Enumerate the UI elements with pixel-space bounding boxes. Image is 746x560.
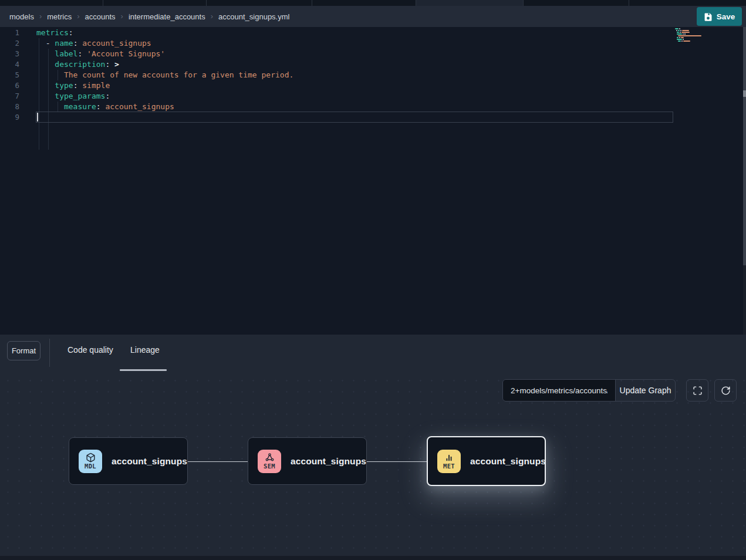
tab-lineage[interactable]: Lineage: [130, 345, 160, 355]
breadcrumb-item[interactable]: account_signups.yml: [218, 12, 289, 21]
badge-label: SEM: [264, 463, 275, 470]
canvas-footer-strip: [0, 556, 746, 560]
active-tab-underline: [120, 369, 167, 371]
breadcrumb-bar: models›metrics›accounts›intermediate_acc…: [0, 6, 746, 27]
network-icon: [265, 453, 275, 463]
fullscreen-icon: [693, 386, 703, 396]
badge-label: MET: [443, 463, 455, 470]
code-line: 1metrics:: [0, 28, 673, 38]
chevron-right-icon: ›: [211, 12, 213, 21]
code-line: 5 The count of new accounts for a given …: [0, 70, 673, 80]
line-number: 1: [0, 28, 25, 38]
lineage-canvas[interactable]: Update Graph MDLaccount_signupsSEMaccoun…: [0, 372, 746, 556]
lineage-selector-group: Update Graph: [502, 379, 676, 402]
line-number: 4: [0, 59, 25, 70]
lineage-node-mdl[interactable]: MDLaccount_signups: [69, 437, 188, 485]
line-number: 3: [0, 49, 25, 59]
code-line: 4 description: >: [0, 59, 673, 70]
sem-badge: SEM: [258, 450, 281, 473]
chevron-right-icon: ›: [39, 12, 42, 21]
code-line: 8 measure: account_signups: [0, 102, 673, 112]
update-graph-button[interactable]: Update Graph: [615, 380, 675, 401]
lineage-edge: [367, 461, 427, 463]
lineage-node-met[interactable]: METaccount_signups: [427, 436, 546, 486]
editor-scrollbar-lower: [743, 265, 746, 335]
refresh-icon: [721, 386, 731, 396]
bar-chart-icon: [444, 453, 454, 463]
node-label: account_signups: [470, 456, 546, 467]
lineage-selector-input[interactable]: [503, 380, 615, 401]
line-number: 9: [0, 112, 25, 123]
met-badge: MET: [437, 450, 461, 473]
code-editor[interactable]: 1metrics:2 - name: account_signups3 labe…: [0, 27, 746, 335]
file-tab[interactable]: [416, 0, 524, 6]
format-button[interactable]: Format: [7, 341, 40, 360]
breadcrumb-item[interactable]: metrics: [47, 12, 72, 21]
breadcrumb: models›metrics›accounts›intermediate_acc…: [9, 6, 289, 27]
chevron-right-icon: ›: [77, 12, 79, 21]
save-floppy-icon: [704, 12, 713, 21]
line-number: 8: [0, 102, 25, 112]
tab-code-quality[interactable]: Code quality: [67, 345, 113, 355]
code-line: 2 - name: account_signups: [0, 38, 673, 49]
lineage-node-sem[interactable]: SEMaccount_signups: [248, 437, 367, 485]
file-tab[interactable]: [103, 0, 207, 6]
editor-scrollbar-track[interactable]: [743, 27, 746, 265]
save-button[interactable]: Save: [697, 7, 742, 26]
code-lines: 1metrics:2 - name: account_signups3 labe…: [0, 28, 673, 123]
refresh-button[interactable]: [714, 379, 737, 402]
editor-scrollbar-thumb[interactable]: [743, 90, 746, 97]
bottom-panel: Format Code quality Lineage Update Graph…: [0, 335, 746, 560]
code-line: 9: [0, 112, 673, 123]
save-label: Save: [717, 12, 735, 21]
line-number: 7: [0, 91, 25, 102]
chevron-right-icon: ›: [121, 12, 123, 21]
fullscreen-button[interactable]: [686, 379, 708, 402]
code-line: 6 type: simple: [0, 80, 673, 91]
ide-window: { "colors": { "accent_teal": "#15707a", …: [0, 0, 746, 560]
tabrow-divider: [49, 339, 50, 367]
badge-label: MDL: [85, 463, 96, 470]
minimap[interactable]: [675, 28, 711, 44]
line-number: 2: [0, 38, 25, 49]
file-tab[interactable]: [629, 0, 746, 6]
breadcrumb-item[interactable]: intermediate_accounts: [129, 12, 205, 21]
breadcrumb-item[interactable]: models: [9, 12, 34, 21]
file-tab[interactable]: [207, 0, 312, 6]
mdl-badge: MDL: [79, 450, 102, 473]
code-line: 7 type_params:: [0, 91, 673, 102]
file-tab-strip: [0, 0, 746, 6]
file-tab[interactable]: [524, 0, 629, 6]
breadcrumb-item[interactable]: accounts: [85, 12, 116, 21]
line-number: 5: [0, 70, 25, 80]
node-label: account_signups: [291, 456, 366, 467]
lineage-edge: [188, 461, 248, 463]
file-tab[interactable]: [312, 0, 416, 6]
node-label: account_signups: [112, 456, 187, 467]
code-line: 3 label: 'Account Signups': [0, 49, 673, 59]
cube-icon: [86, 453, 96, 463]
file-tab[interactable]: [0, 0, 103, 6]
line-number: 6: [0, 80, 25, 91]
